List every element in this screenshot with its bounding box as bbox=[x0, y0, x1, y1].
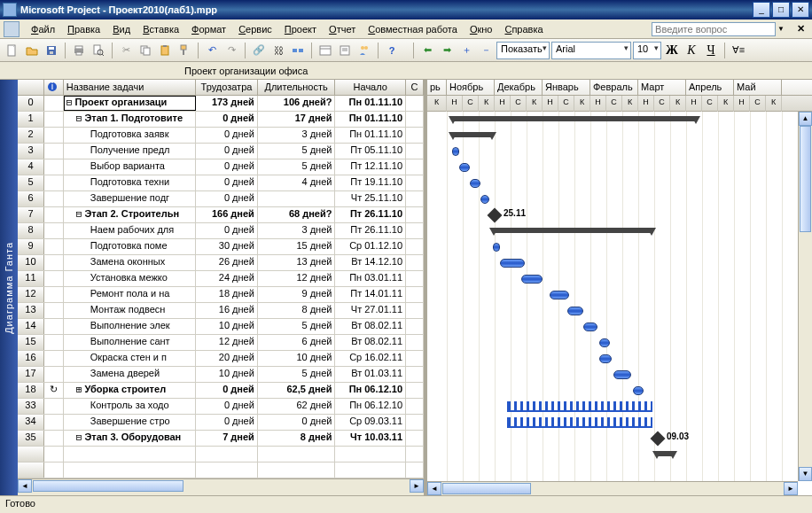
task-row[interactable]: 16Окраска стен и п20 дней10 днейСр 16.02… bbox=[18, 351, 424, 367]
filter-icon[interactable]: ∀≡ bbox=[730, 42, 747, 59]
cell-finish-clip[interactable] bbox=[406, 191, 424, 206]
cell-row-number[interactable]: 0 bbox=[18, 96, 44, 111]
task-row[interactable]: 34Завершение стро0 дней0 днейСр 09.03.11 bbox=[18, 415, 424, 431]
task-bar[interactable] bbox=[599, 338, 610, 347]
col-duration[interactable]: Длительность bbox=[258, 80, 336, 95]
col-start[interactable]: Начало bbox=[335, 80, 406, 95]
cell-indicator[interactable] bbox=[44, 367, 64, 382]
summary-bar[interactable] bbox=[656, 451, 674, 456]
task-bar[interactable] bbox=[550, 291, 569, 299]
copy-icon[interactable] bbox=[137, 42, 154, 59]
save-icon[interactable] bbox=[43, 42, 60, 59]
cell-duration[interactable]: 3 дней bbox=[258, 223, 336, 238]
cell-work[interactable]: 0 дней bbox=[196, 159, 258, 175]
cell-finish-clip[interactable] bbox=[406, 96, 424, 111]
cell-row-number[interactable]: 1 bbox=[18, 112, 44, 127]
cell-task-name[interactable]: Установка межко bbox=[64, 271, 196, 286]
cell-start[interactable]: Вт 14.12.10 bbox=[335, 255, 406, 270]
cell-row-number[interactable]: 7 bbox=[18, 207, 44, 222]
view-bar[interactable]: Диаграмма Ганта bbox=[0, 80, 18, 495]
menu-справка[interactable]: Справка bbox=[498, 22, 549, 36]
cell-work[interactable]: 30 дней bbox=[196, 239, 258, 254]
cell-task-name[interactable]: Подготовка техни bbox=[64, 175, 196, 190]
cell-start[interactable]: Пн 06.12.10 bbox=[335, 383, 406, 398]
cell-start[interactable]: Пт 19.11.10 bbox=[335, 175, 406, 190]
cell-duration[interactable]: 15 дней bbox=[258, 239, 336, 254]
task-row[interactable]: 33Контроль за ходо0 дней62 днейПн 06.12.… bbox=[18, 399, 424, 415]
task-bar[interactable] bbox=[521, 275, 543, 284]
col-name[interactable]: Название задачи bbox=[64, 80, 196, 95]
cell-start[interactable]: Вт 08.02.11 bbox=[335, 335, 406, 350]
cell-row-number[interactable]: 33 bbox=[18, 399, 44, 414]
cell-task-name[interactable]: Выполнение элек bbox=[64, 319, 196, 334]
cell-duration[interactable]: 10 дней bbox=[258, 351, 336, 366]
cell-row-number[interactable]: 17 bbox=[18, 367, 44, 382]
underline-button[interactable]: Ч bbox=[702, 42, 720, 59]
menu-вставка[interactable]: Вставка bbox=[137, 22, 185, 36]
system-menu-icon[interactable] bbox=[4, 21, 20, 37]
font-size-combo[interactable]: 10 bbox=[633, 42, 661, 59]
cell-row-number[interactable]: 10 bbox=[18, 255, 44, 270]
task-row[interactable]: 4Выбор варианта0 дней5 днейПт 12.11.10 bbox=[18, 159, 424, 175]
cell-work[interactable]: 0 дней bbox=[196, 175, 258, 190]
cell-duration[interactable]: 5 дней bbox=[258, 319, 336, 334]
cell-duration[interactable]: 8 дней bbox=[258, 431, 336, 446]
minimize-button[interactable]: _ bbox=[753, 2, 770, 18]
gantt-vscroll[interactable]: ▲ ▼ bbox=[798, 112, 812, 481]
cell-work[interactable]: 7 дней bbox=[196, 431, 258, 446]
open-file-icon[interactable] bbox=[23, 42, 41, 59]
cell-row-number[interactable]: 12 bbox=[18, 287, 44, 302]
show-subtasks-icon[interactable]: ＋ bbox=[457, 42, 475, 59]
cell-duration[interactable]: 9 дней bbox=[258, 287, 336, 302]
cell-task-name[interactable]: ⊟Этап 1. Подготовите bbox=[64, 112, 196, 127]
task-row[interactable]: 3Получение предл0 дней5 днейПт 05.11.10 bbox=[18, 144, 424, 159]
cell-start[interactable]: Чт 27.01.11 bbox=[335, 303, 406, 318]
task-bar[interactable] bbox=[613, 370, 631, 379]
task-row[interactable]: 7⊟Этап 2. Строительн166 дней68 дней?Пт 2… bbox=[18, 207, 424, 223]
cell-start[interactable]: Вт 08.02.11 bbox=[335, 319, 406, 334]
cell-row-number[interactable]: 6 bbox=[18, 191, 44, 206]
cell-indicator[interactable] bbox=[44, 303, 64, 318]
new-file-icon[interactable] bbox=[4, 42, 21, 59]
cell-row-number[interactable]: 14 bbox=[18, 319, 44, 334]
cell-indicator[interactable] bbox=[44, 399, 64, 414]
cell-task-name[interactable]: Ремонт пола и на bbox=[64, 287, 196, 302]
task-row[interactable]: 15Выполнение сант12 дней6 днейВт 08.02.1… bbox=[18, 335, 424, 351]
cell-indicator[interactable] bbox=[44, 271, 64, 286]
cell-indicator[interactable] bbox=[44, 239, 64, 254]
cell-task-name[interactable]: ⊟Проект организаци bbox=[64, 96, 196, 111]
cell-duration[interactable]: 5 дней bbox=[258, 367, 336, 382]
bold-button[interactable]: Ж bbox=[663, 42, 681, 59]
cell-row-number[interactable]: 15 bbox=[18, 335, 44, 350]
cell-task-name[interactable]: Монтаж подвесн bbox=[64, 303, 196, 318]
task-row[interactable]: 12Ремонт пола и на18 дней9 днейПт 14.01.… bbox=[18, 287, 424, 303]
close-button[interactable]: ✕ bbox=[792, 2, 809, 18]
cell-duration[interactable]: 3 дней bbox=[258, 128, 336, 143]
undo-icon[interactable]: ↶ bbox=[203, 42, 221, 59]
cell-indicator[interactable] bbox=[44, 319, 64, 334]
cell-task-name[interactable]: Окраска стен и п bbox=[64, 351, 196, 366]
cell-finish-clip[interactable] bbox=[406, 303, 424, 318]
milestone-marker[interactable] bbox=[651, 431, 666, 447]
cell-duration[interactable]: 5 дней bbox=[258, 144, 336, 159]
indent-icon[interactable]: ➡ bbox=[438, 42, 456, 59]
cell-row-number[interactable]: 18 bbox=[18, 383, 44, 398]
cell-work[interactable]: 0 дней bbox=[196, 383, 258, 398]
cell-finish-clip[interactable] bbox=[406, 112, 424, 127]
task-row[interactable]: 6Завершение подг0 днейЧт 25.11.10 bbox=[18, 191, 424, 207]
cell-start[interactable]: Пт 26.11.10 bbox=[335, 223, 406, 238]
menu-окно[interactable]: Окно bbox=[464, 22, 499, 36]
maximize-button[interactable]: □ bbox=[772, 2, 790, 18]
cell-row-number[interactable]: 11 bbox=[18, 271, 44, 286]
cell-start[interactable]: Вт 01.03.11 bbox=[335, 367, 406, 382]
menu-формат[interactable]: Формат bbox=[185, 22, 232, 36]
task-bar[interactable] bbox=[480, 195, 489, 204]
cell-indicator[interactable] bbox=[44, 415, 64, 430]
task-row[interactable]: 5Подготовка техни0 дней4 днейПт 19.11.10 bbox=[18, 175, 424, 191]
cell-work[interactable]: 0 дней bbox=[196, 415, 258, 430]
cell-row-number[interactable]: 34 bbox=[18, 415, 44, 430]
cell-row-number[interactable]: 16 bbox=[18, 351, 44, 366]
cell-row-number[interactable]: 35 bbox=[18, 431, 44, 446]
cell-indicator[interactable] bbox=[44, 175, 64, 190]
cell-duration[interactable]: 68 дней? bbox=[258, 207, 336, 222]
